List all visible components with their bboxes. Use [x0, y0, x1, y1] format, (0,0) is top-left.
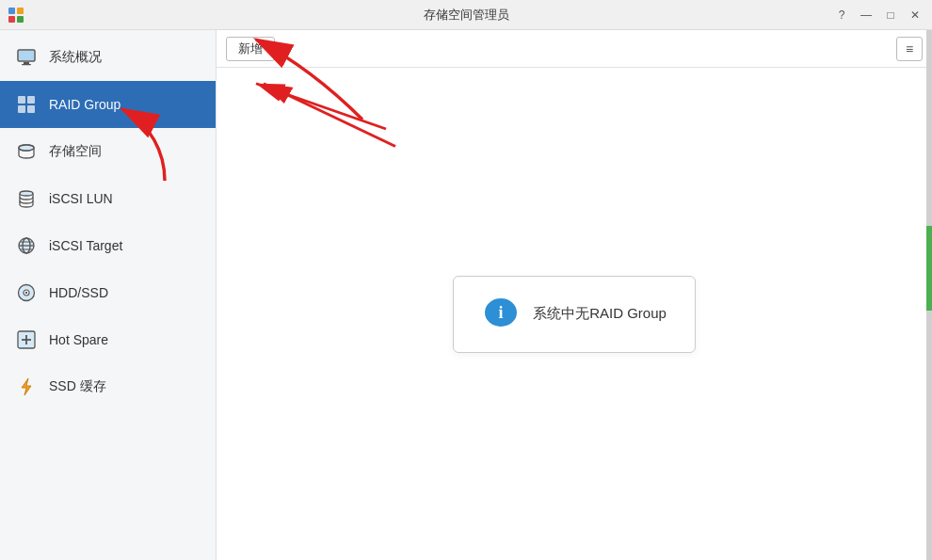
svg-point-13: [19, 145, 34, 151]
minimize-button[interactable]: —: [857, 6, 876, 24]
sidebar-item-iscsi-lun[interactable]: iSCSI LUN: [0, 175, 216, 222]
svg-rect-5: [24, 62, 29, 64]
empty-state-box: i 系统中无RAID Group: [453, 276, 696, 353]
storage-icon: [15, 140, 38, 163]
svg-rect-11: [27, 105, 35, 113]
toolbar-right: ≡: [896, 37, 923, 61]
svg-rect-9: [27, 96, 35, 104]
svg-rect-7: [19, 51, 34, 60]
sidebar-item-system-overview[interactable]: 系统概况: [0, 34, 216, 81]
svg-marker-26: [22, 378, 31, 395]
globe-icon: [15, 234, 38, 257]
list-view-icon: ≡: [906, 41, 913, 56]
flash-icon: [15, 376, 38, 398]
titlebar: 存储空间管理员 ? — □ ✕: [0, 0, 932, 30]
titlebar-controls: ? — □ ✕: [832, 6, 924, 24]
sidebar-item-label: RAID Group: [49, 97, 121, 112]
sidebar-item-storage-space[interactable]: 存储空间: [0, 128, 216, 175]
content-area: i 系统中无RAID Group: [217, 68, 932, 560]
sidebar-item-hdd-ssd[interactable]: HDD/SSD: [0, 269, 216, 316]
toolbar: 新增 ≡: [217, 30, 932, 68]
scrollbar-thumb[interactable]: [926, 226, 932, 311]
help-button[interactable]: ?: [832, 6, 851, 24]
sidebar-item-label: iSCSI Target: [49, 238, 122, 253]
monitor-icon: [15, 46, 38, 69]
sidebar-item-label: HDD/SSD: [49, 285, 108, 300]
main-content: 新增 ≡ i 系统中无RAID Group: [217, 30, 932, 560]
svg-line-32: [256, 84, 386, 129]
svg-rect-6: [22, 64, 31, 65]
sidebar: 系统概况 RAID Group: [0, 30, 217, 560]
info-icon: i: [482, 296, 520, 333]
titlebar-title: 存储空间管理员: [424, 7, 509, 24]
sidebar-item-label: Hot Spare: [49, 332, 108, 347]
sidebar-item-iscsi-target[interactable]: iSCSI Target: [0, 222, 216, 269]
svg-rect-0: [8, 8, 15, 14]
empty-state-message: 系统中无RAID Group: [533, 305, 667, 323]
svg-rect-1: [17, 8, 24, 14]
sidebar-item-hot-spare[interactable]: Hot Spare: [0, 316, 216, 363]
svg-rect-10: [18, 105, 25, 113]
raid-icon: [15, 93, 38, 116]
sidebar-item-raid-group[interactable]: RAID Group: [0, 81, 216, 128]
database-icon: [15, 187, 38, 210]
sidebar-item-label: 系统概况: [49, 49, 102, 66]
svg-text:i: i: [499, 303, 504, 322]
maximize-button[interactable]: □: [881, 6, 900, 24]
svg-point-22: [25, 291, 27, 293]
disk-icon: [15, 281, 38, 304]
svg-point-14: [20, 191, 33, 196]
close-button[interactable]: ✕: [906, 6, 924, 24]
plus-box-icon: [15, 328, 38, 351]
app-icon: [8, 6, 26, 24]
app-container: 系统概况 RAID Group: [0, 30, 932, 560]
add-button[interactable]: 新增: [226, 37, 275, 61]
svg-rect-8: [18, 96, 25, 104]
sidebar-item-label: SSD 缓存: [49, 378, 106, 395]
svg-rect-2: [8, 16, 15, 23]
svg-line-31: [264, 84, 395, 147]
svg-rect-3: [17, 16, 24, 23]
list-view-button[interactable]: ≡: [896, 37, 923, 61]
sidebar-item-ssd-cache[interactable]: SSD 缓存: [0, 363, 216, 410]
toolbar-left: 新增: [226, 37, 275, 61]
sidebar-item-label: 存储空间: [49, 143, 102, 160]
sidebar-item-label: iSCSI LUN: [49, 191, 113, 206]
